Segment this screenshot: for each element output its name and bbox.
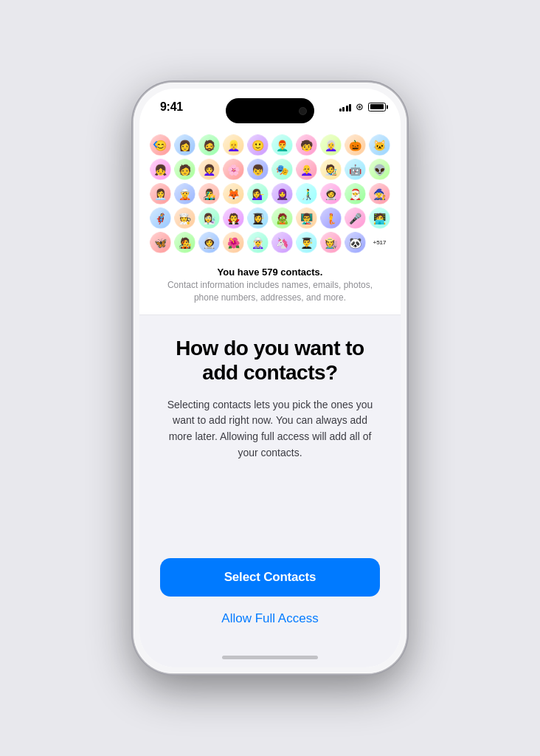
avatar[interactable]: 👩‍🦳 (320, 134, 342, 156)
avatar[interactable]: 🧝‍♀️ (247, 232, 269, 253)
avatar[interactable]: 👽 (369, 159, 390, 180)
status-icons: ⊛ (339, 101, 387, 112)
contacts-info: You have 579 contacts. Contact informati… (139, 261, 401, 315)
avatar[interactable]: 👩‍🦱 (198, 159, 220, 180)
avatar[interactable]: 🧑 (174, 159, 195, 180)
screen-content: ‹ 😊👩🧔👱‍♀️🙂👨‍🦰🧒👩‍🦳🎃🐱👧🧑👩‍🦱🌸👦🎭👩‍🦲🧑‍🎨🤖👽👩‍💼🧝👨… (139, 128, 401, 667)
avatar[interactable]: 💁‍♀️ (247, 183, 269, 205)
avatar[interactable]: 🦸 (150, 207, 171, 229)
avatar[interactable]: 🌸 (223, 159, 244, 180)
avatar[interactable]: 🧛 (223, 207, 244, 229)
avatar[interactable]: 👨‍🎤 (198, 183, 220, 205)
phone-screen: 9:41 ⊛ ‹ (139, 89, 401, 667)
avatar[interactable]: 🧝 (174, 183, 195, 205)
avatar[interactable]: 🤖 (345, 159, 366, 180)
avatar[interactable]: 🎤 (345, 207, 366, 229)
contacts-count: You have 579 contacts. (162, 267, 378, 278)
back-button[interactable]: ‹ (153, 134, 158, 154)
contacts-sub: Contact information includes names, emai… (162, 279, 378, 304)
avatar[interactable]: 🧑‍🌾 (320, 232, 342, 253)
avatar[interactable]: 🙂 (247, 134, 269, 156)
avatar[interactable]: 🐼 (345, 232, 366, 253)
contacts-grid: 😊👩🧔👱‍♀️🙂👨‍🦰🧒👩‍🦳🎃🐱👧🧑👩‍🦱🌸👦🎭👩‍🦲🧑‍🎨🤖👽👩‍💼🧝👨‍🎤… (139, 128, 401, 261)
avatar[interactable]: 🐱 (369, 134, 390, 156)
avatar[interactable]: 🧑‍🎤 (174, 232, 195, 253)
home-indicator (139, 647, 401, 667)
avatar[interactable]: 🧜 (320, 207, 342, 229)
contacts-section: ‹ 😊👩🧔👱‍♀️🙂👨‍🦰🧒👩‍🦳🎃🐱👧🧑👩‍🦱🌸👦🎭👩‍🦲🧑‍🎨🤖👽👩‍💼🧝👨… (139, 128, 401, 315)
avatar[interactable]: 🧒 (296, 134, 317, 156)
select-contacts-button[interactable]: Select Contacts (160, 558, 380, 597)
avatar[interactable]: 👩‍🚀 (198, 232, 220, 253)
main-description: Selecting contacts lets you pick the one… (160, 397, 380, 543)
avatar[interactable]: 👨‍🏫 (296, 207, 317, 229)
avatar[interactable]: 🎃 (345, 134, 366, 156)
phone-device: 9:41 ⊛ ‹ (134, 83, 406, 673)
battery-icon (368, 103, 386, 111)
avatar[interactable]: 🧑‍💻 (369, 207, 390, 229)
avatar[interactable]: 👩‍🔬 (198, 207, 220, 229)
avatar[interactable]: 🧑‍🚀 (320, 183, 342, 205)
avatar[interactable]: 🧕 (271, 183, 293, 205)
status-time: 9:41 (160, 100, 183, 114)
wifi-icon: ⊛ (356, 101, 364, 112)
buttons-area: Select Contacts Allow Full Access (160, 558, 380, 632)
avatar[interactable]: 🎅 (345, 183, 366, 205)
avatar[interactable]: 👱‍♀️ (223, 134, 244, 156)
avatar[interactable]: 👩 (174, 134, 195, 156)
avatar[interactable]: 👨‍🦰 (271, 134, 293, 156)
avatar[interactable]: 🦋 (150, 232, 171, 253)
avatar[interactable]: 🦄 (271, 232, 293, 253)
signal-icon (339, 103, 352, 111)
avatar[interactable]: 🧙 (369, 183, 390, 205)
avatar[interactable]: 🧔 (198, 134, 220, 156)
main-heading: How do you want to add contacts? (160, 336, 380, 385)
more-contacts-indicator: +517 (369, 232, 390, 253)
camera-indicator (299, 107, 307, 115)
avatar[interactable]: 🧑‍🍳 (174, 207, 195, 229)
avatar[interactable]: 👩‍🎓 (247, 207, 269, 229)
avatar[interactable]: 👩‍💼 (150, 183, 171, 205)
avatar[interactable]: 🌺 (223, 232, 244, 253)
dynamic-island (226, 98, 314, 123)
avatar[interactable]: 👦 (247, 159, 269, 180)
avatar[interactable]: 🎭 (271, 159, 293, 180)
home-bar (222, 656, 318, 659)
avatar[interactable]: 👨‍🦯 (296, 183, 317, 205)
avatar[interactable]: 👨‍🎓 (296, 232, 317, 253)
avatar[interactable]: 👧 (150, 159, 171, 180)
avatar[interactable]: 👩‍🦲 (296, 159, 317, 180)
avatar[interactable]: 🧟 (271, 207, 293, 229)
bottom-section: How do you want to add contacts? Selecti… (139, 315, 401, 647)
allow-full-access-button[interactable]: Allow Full Access (160, 605, 380, 632)
avatar[interactable]: 🧑‍🎨 (320, 159, 342, 180)
avatar[interactable]: 🦊 (223, 183, 244, 205)
